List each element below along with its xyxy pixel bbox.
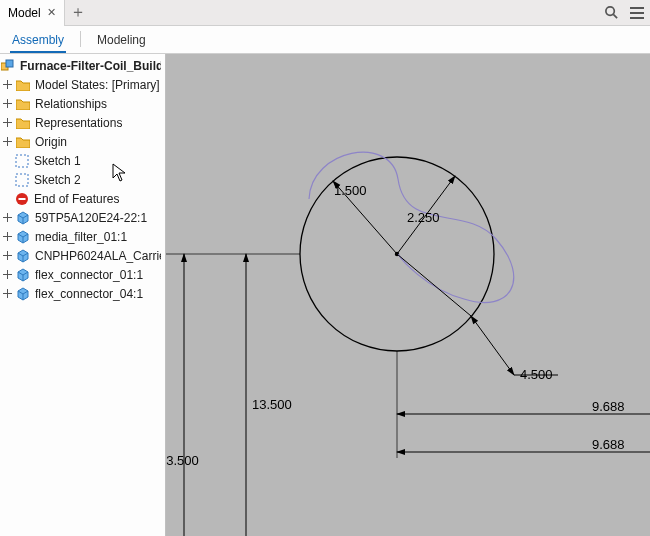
expand-icon[interactable] [1,212,13,224]
tree-component[interactable]: 59TP5A120E24-22:1 [0,208,165,227]
search-button[interactable] [598,0,624,26]
expand-icon[interactable] [1,117,13,129]
folder-icon [15,134,31,150]
tree-label: Origin [35,135,67,149]
tree-label: 59TP5A120E24-22:1 [35,211,147,225]
tree-sketch2[interactable]: Sketch 2 [0,170,165,189]
tree: Furnace-Filter-Coil_Buildup Model States… [0,54,165,305]
dim-radius-2250: 2.250 [397,176,455,254]
tree-component[interactable]: flex_connector_01:1 [0,265,165,284]
expand-icon[interactable] [1,136,13,148]
svg-line-1 [613,14,617,18]
svg-rect-13 [16,174,28,186]
expand-icon[interactable] [1,288,13,300]
search-icon [604,5,619,20]
part-icon [15,229,31,245]
tree-label: flex_connector_04:1 [35,287,143,301]
svg-rect-12 [16,155,28,167]
folder-icon [15,96,31,112]
folder-icon [15,115,31,131]
dim-text: 13.500 [166,453,199,468]
dim-diameter-4500: 4.500 [397,254,558,382]
tree-component[interactable]: CNPHP6024ALA_Carrier:1 [0,246,165,265]
tree-label: media_filter_01:1 [35,230,127,244]
tree-representations[interactable]: Representations [0,113,165,132]
tree-label: End of Features [34,192,119,206]
sketch-canvas[interactable]: 1.500 2.250 4.500 9.688 9.688 [166,54,650,536]
folder-icon [15,77,31,93]
part-icon [15,286,31,302]
part-icon [15,210,31,226]
sketch-svg: 1.500 2.250 4.500 9.688 9.688 [166,54,650,536]
dim-h-9688-b: 9.688 [397,420,650,458]
tree-component[interactable]: media_filter_01:1 [0,227,165,246]
svg-point-0 [605,7,613,15]
svg-rect-15 [19,198,26,200]
add-tab-button[interactable]: ＋ [65,0,91,26]
expand-icon[interactable] [1,98,13,110]
svg-rect-3 [6,60,13,67]
tab-modeling[interactable]: Modeling [95,29,148,53]
dim-text: 2.250 [407,210,440,225]
close-icon[interactable]: ✕ [47,6,56,19]
dim-h-9688-a: 9.688 [397,351,650,420]
tree-label: Furnace-Filter-Coil_Buildup [20,59,161,73]
dim-v-13500-b: 13.500 [166,254,246,536]
expand-icon[interactable] [1,269,13,281]
tree-label: Relationships [35,97,107,111]
dim-text: 9.688 [592,437,625,452]
sketch-icon [14,153,30,169]
tree-origin[interactable]: Origin [0,132,165,151]
stop-icon [14,191,30,207]
assembly-icon [0,58,16,74]
mode-bar: Assembly Modeling [0,26,650,54]
tree-label: CNPHP6024ALA_Carrier:1 [35,249,161,263]
tab-label: Model [8,6,41,20]
part-icon [15,248,31,264]
tree-label: Representations [35,116,122,130]
dim-text: 9.688 [592,399,625,414]
expand-icon[interactable] [1,79,13,91]
tree-component[interactable]: flex_connector_04:1 [0,284,165,303]
tree-relationships[interactable]: Relationships [0,94,165,113]
dim-v-13500-a: 13.500 [166,254,300,536]
dim-text: 1.500 [334,183,367,198]
dim-radius-1500: 1.500 [333,181,397,254]
expand-icon[interactable] [1,231,13,243]
plus-icon: ＋ [70,2,86,23]
menu-button[interactable] [624,0,650,26]
tab-assembly[interactable]: Assembly [10,29,66,53]
separator [80,31,81,47]
spline-curve [309,152,514,302]
tree-model-states[interactable]: Model States: [Primary] [0,75,165,94]
svg-line-28 [397,254,471,316]
sketch-icon [14,172,30,188]
tree-label: Sketch 1 [34,154,81,168]
title-tab-bar: Model ✕ ＋ [0,0,650,26]
part-icon [15,267,31,283]
tree-label: Model States: [Primary] [35,78,160,92]
tree-label: flex_connector_01:1 [35,268,143,282]
expand-icon[interactable] [1,250,13,262]
tree-label: Sketch 2 [34,173,81,187]
dim-text: 4.500 [520,367,553,382]
model-tab[interactable]: Model ✕ [0,0,65,26]
hamburger-icon [630,7,644,9]
model-browser: Furnace-Filter-Coil_Buildup Model States… [0,54,166,536]
tree-root[interactable]: Furnace-Filter-Coil_Buildup [0,56,165,75]
tree-sketch1[interactable]: Sketch 1 [0,151,165,170]
tree-end-of-features[interactable]: End of Features [0,189,165,208]
dim-text: 13.500 [252,397,292,412]
svg-line-29 [471,316,514,375]
